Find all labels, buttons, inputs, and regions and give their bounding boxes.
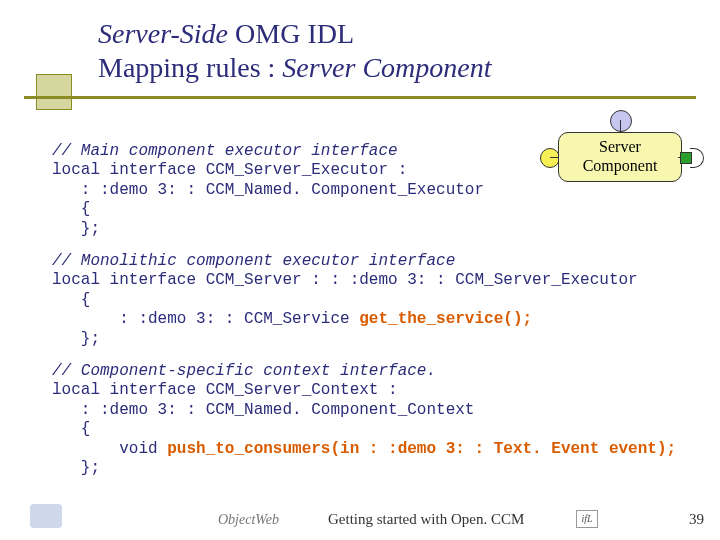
component-body: Server Component [558,132,682,182]
b3-comment: // Component-specific context interface. [52,362,436,380]
b1-comment: // Main component executor interface [52,142,398,160]
component-diagram: Server Component [550,110,686,190]
b2-l1: local interface CCM_Server : : :demo 3: … [52,271,638,289]
component-label-2: Component [583,157,658,174]
b3-l5: }; [52,459,100,477]
b3-l2: : :demo 3: : CCM_Named. Component_Contex… [52,401,474,419]
b2-l3a: : :demo 3: : CCM_Service [52,310,359,328]
title-line-1: Server-Side OMG IDL [98,18,678,50]
title-part1-italic: Server-Side [98,18,228,49]
logo-objectweb: ObjectWeb [218,512,279,528]
b3-l4b: push_to_consumers(in : :demo 3: : Text. … [167,440,676,458]
logo-left-icon [30,504,62,528]
receptacle-right-icon [680,148,700,168]
logo-ifl: ifL [576,510,598,528]
b3-l3: { [52,420,90,438]
code-block-2: // Monolithic component executor interfa… [52,232,638,349]
title-block: Server-Side OMG IDL Mapping rules : Serv… [98,18,678,84]
code-block-3: // Component-specific context interface.… [52,342,676,479]
b1-l3: { [52,200,90,218]
title-underline [24,96,696,99]
footer-caption: Getting started with Open. CCM [328,511,524,528]
footer: ObjectWeb Getting started with Open. CCM… [0,506,720,532]
provided-interface-top-icon [610,110,632,132]
component-label-1: Server [599,138,641,155]
provided-interface-left-icon [540,148,560,168]
b1-l1: local interface CCM_Server_Executor : [52,161,407,179]
recept-arc [690,148,704,168]
title-line-2: Mapping rules : Server Component [98,52,678,84]
slide: Server-Side OMG IDL Mapping rules : Serv… [0,0,720,540]
title-part2-plain: Mapping rules : [98,52,282,83]
title-decor-box [36,74,72,110]
title-part1-rest: OMG IDL [228,18,354,49]
page-number: 39 [689,511,704,528]
title-part2-italic: Server Component [282,52,491,83]
b3-l4a: void [52,440,167,458]
lolli-stem-top [620,120,621,132]
b3-l1: local interface CCM_Server_Context : [52,381,398,399]
code-block-1: // Main component executor interface loc… [52,122,484,239]
b2-l3b: get_the_service(); [359,310,532,328]
b1-l2: : :demo 3: : CCM_Named. Component_Execut… [52,181,484,199]
b2-comment: // Monolithic component executor interfa… [52,252,455,270]
b2-l2: { [52,291,90,309]
